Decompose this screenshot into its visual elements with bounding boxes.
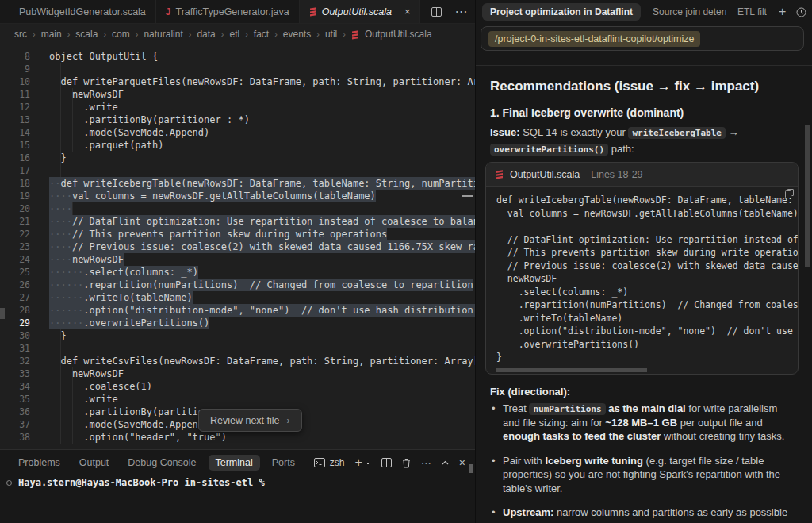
code-line[interactable]: 26······.repartition(numPartitions) // C… — [0, 279, 475, 291]
review-next-file-button[interactable]: Review next file › — [198, 409, 302, 432]
panel-tab-problems[interactable]: Problems — [11, 455, 67, 471]
code-text: ······.select(columns: _*) — [49, 266, 198, 279]
text-segment: ~128 MB–1 GB — [605, 417, 677, 429]
whitespace-dots: ···· — [49, 254, 72, 265]
breadcrumb-item[interactable]: etl — [229, 29, 239, 40]
split-terminal-icon[interactable] — [381, 458, 392, 467]
editor-more-icon[interactable]: ⋯ — [454, 4, 467, 19]
chat-tab[interactable]: ETL filt — [737, 6, 767, 17]
code-line[interactable]: 20···· — [0, 202, 475, 215]
code-line[interactable]: 16 } — [0, 152, 475, 164]
code-line[interactable]: 29······.overwritePartitions() — [0, 317, 475, 329]
editor-tab-label: OutputUtil.scala — [322, 6, 392, 17]
history-icon[interactable] — [796, 7, 806, 17]
whitespace-dots: ······ — [49, 267, 83, 278]
breadcrumb-item[interactable]: util — [325, 29, 337, 40]
breadcrumb-item[interactable]: data — [197, 29, 215, 40]
code-line[interactable]: 25······.select(columns: _*) — [0, 266, 475, 279]
chat-scrollbar[interactable] — [805, 125, 810, 267]
breadcrumb-item[interactable]: main — [41, 29, 62, 40]
scala-file-icon — [309, 6, 317, 17]
code-line[interactable]: 35 .write — [0, 393, 475, 406]
code-card-hscrollbar[interactable] — [496, 368, 647, 372]
code-line[interactable]: 18··def writeIcebergTable(newRowsDF: Dat… — [0, 177, 475, 190]
kill-terminal-icon[interactable] — [402, 458, 411, 468]
breadcrumb-item[interactable]: scala — [75, 29, 98, 40]
code-line[interactable]: 28······.option("distribution-mode", "no… — [0, 304, 475, 317]
chevron-right-icon: › — [316, 29, 320, 39]
maximize-panel-icon[interactable] — [442, 460, 449, 465]
panel-tab-terminal[interactable]: Terminal — [209, 455, 260, 471]
fix-heading: Fix (directional): — [490, 386, 570, 398]
code-line[interactable]: 23····// Previous issue: coalesce(2) wit… — [0, 240, 475, 253]
new-chat-icon[interactable]: + — [779, 5, 786, 19]
breadcrumb-item[interactable]: com — [112, 29, 130, 40]
whitespace-dots: ······ — [49, 317, 83, 329]
terminal-scrollbar[interactable] — [469, 464, 473, 473]
code-line[interactable]: 10 def writeParquetFiles(newRowsDF: Data… — [0, 75, 475, 88]
chat-tab[interactable]: Project optimization in Dataflint — [482, 3, 641, 21]
panel-tab-debug-console[interactable]: Debug Console — [121, 455, 203, 471]
inline-code: writeIcebergTable — [628, 127, 726, 139]
editor-tab[interactable]: JTrafficTypeGenerator.java — [156, 0, 300, 23]
editor-tab[interactable]: PubWidgetIdGenerator.scala — [0, 0, 156, 23]
new-terminal-button[interactable]: + — [354, 456, 370, 469]
text-segment: Pair with — [503, 455, 545, 467]
code-line[interactable]: 21····// DataFlint optimization: Use rep… — [0, 215, 475, 228]
code-line[interactable]: 22····// This prevents partition skew du… — [0, 228, 475, 240]
code-line[interactable]: 27······.writeTo(tableName) — [0, 291, 475, 304]
code-line[interactable]: 30 } — [0, 329, 475, 342]
code-line[interactable]: 9 — [0, 63, 475, 75]
code-line[interactable]: 38 .option("header", "true") — [0, 431, 475, 444]
panel-more-icon[interactable]: ⋯ — [421, 457, 431, 469]
panel-tab-bar: ProblemsOutputDebug ConsoleTerminalPorts — [11, 452, 302, 473]
code-line[interactable]: 15 .parquet(path) — [0, 139, 475, 152]
code-text: ······.overwritePartitions() — [49, 317, 209, 329]
copy-code-icon[interactable] — [785, 189, 794, 198]
chat-tab-bar: Project optimization in DataflintSource … — [482, 0, 807, 24]
close-panel-icon[interactable]: × — [459, 456, 465, 469]
code-line[interactable]: 19····val columns = newRowsDF.getAllTabl… — [0, 190, 475, 202]
shell-session-item[interactable]: zsh — [314, 457, 345, 468]
code-text: .option("header", "true") — [49, 431, 227, 444]
breadcrumb-item[interactable]: OutputUtil.scala — [365, 29, 432, 40]
code-line[interactable]: 34 .coalesce(1) — [0, 380, 475, 393]
code-editor[interactable]: 8object OutputUtil {910 def writeParquet… — [0, 44, 475, 449]
close-icon[interactable]: × — [404, 6, 411, 17]
code-line[interactable]: 12 .write — [0, 101, 475, 113]
breadcrumb: src›main›scala›com›naturalint›data›etl›f… — [0, 24, 475, 44]
editor-tab[interactable]: OutputUtil.scala× — [300, 0, 421, 23]
split-editor-icon[interactable] — [431, 7, 442, 17]
breadcrumb-item[interactable]: events — [283, 29, 311, 40]
breadcrumb-item[interactable]: naturalint — [144, 29, 182, 40]
terminal-toolbar: zsh + ⋯ × — [314, 452, 465, 473]
code-line[interactable]: 8object OutputUtil { — [0, 50, 475, 63]
recommendations-heading: Recommendations (issue → fix → impact) — [490, 79, 759, 94]
assistant-panel: Project optimization in DataflintSource … — [476, 0, 812, 523]
code-line[interactable]: 17 — [0, 164, 475, 177]
line-number: 8 — [0, 50, 30, 63]
chat-tab[interactable]: Source join determ — [653, 6, 726, 17]
code-lines: 8object OutputUtil {910 def writeParquet… — [0, 50, 475, 444]
code-line[interactable]: 24····newRowsDF — [0, 253, 475, 266]
code-card-line: newRowsDF — [496, 272, 798, 286]
path-chip[interactable]: /project-0-in-sites-etl-dataflint-copilo… — [488, 31, 700, 47]
panel-tab-ports[interactable]: Ports — [265, 455, 302, 471]
text-segment: SQL 14 is exactly your — [520, 126, 629, 138]
breadcrumb-item[interactable]: src — [14, 29, 27, 40]
code-text: .mode(SaveMode.Append) — [49, 418, 209, 431]
code-line[interactable]: 32 def writeCsvFiles(newRowsDF: DataFram… — [0, 355, 475, 367]
code-line[interactable]: 31 — [0, 342, 475, 355]
whitespace-dots: ······ — [49, 279, 83, 290]
breadcrumb-item[interactable]: fact — [254, 29, 269, 40]
code-line[interactable]: 11 newRowsDF — [0, 88, 475, 101]
chat-input[interactable]: /project-0-in-sites-etl-dataflint-copilo… — [481, 26, 804, 51]
code-reference-card[interactable]: OutputUtil.scala Lines 18-29 def writeIc… — [485, 162, 799, 375]
line-number: 16 — [0, 152, 30, 164]
panel-tab-output[interactable]: Output — [72, 455, 117, 471]
code-line[interactable]: 13 .partitionBy(partitioner :_*) — [0, 113, 475, 126]
code-line[interactable]: 14 .mode(SaveMode.Append) — [0, 126, 475, 139]
code-text: } — [49, 329, 67, 342]
code-line[interactable]: 33 newRowsDF — [0, 367, 475, 380]
terminal-content[interactable]: Haya.stern@Hayas-MacBook-Pro in-sites-et… — [6, 477, 265, 488]
